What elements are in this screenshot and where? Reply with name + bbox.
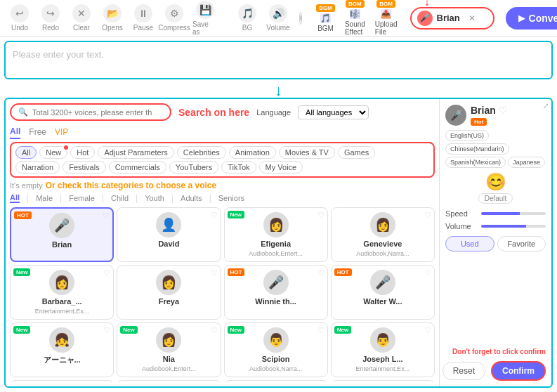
voice-name: アーニャ... (44, 355, 81, 365)
lang-chip-spanish[interactable]: Spanish(Mexican) (445, 157, 506, 168)
expand-icon[interactable]: ⤢ (543, 102, 549, 110)
tab-vip[interactable]: VIP (55, 126, 68, 138)
volume-slider[interactable] (481, 225, 546, 228)
cat-tiktok[interactable]: TikTok (221, 161, 256, 174)
lang-chip-english[interactable]: English(US) (445, 130, 489, 141)
tab-all[interactable]: All (10, 125, 20, 139)
clear-button[interactable]: ✕ Clear (69, 4, 94, 32)
heart-icon[interactable]: ♡ (317, 326, 325, 335)
pause-button[interactable]: ⏸ Pause (131, 4, 156, 32)
voice-close-icon[interactable]: ✕ (468, 13, 476, 23)
filter-row: All | Male | Female | Child | Youth | Ad… (10, 193, 435, 203)
filter-male[interactable]: Male (36, 194, 53, 202)
favorite-button[interactable]: Favorite (497, 236, 546, 251)
heart-icon[interactable]: ♡ (317, 211, 325, 220)
toolbar: ↩ Undo ↪ Redo ✕ Clear 📂 Opens ⏸ Pause ⚙ … (0, 0, 557, 37)
compress-button[interactable]: ⚙ Compress (162, 4, 187, 32)
cat-all[interactable]: All (15, 146, 37, 159)
heart-icon[interactable]: ♡ (211, 211, 218, 220)
sound-effect-button[interactable]: BGM 🎼 Sound Effect (345, 0, 365, 36)
undo-button[interactable]: ↩ Undo (7, 4, 32, 32)
cat-my-voice[interactable]: My Voice (259, 161, 303, 174)
cat-narration[interactable]: Narration (15, 161, 60, 174)
voice-card-ghostface[interactable]: New ♡ 👤 Ghostfac... (331, 380, 435, 382)
avatar: 🎤 (370, 270, 395, 295)
voice-card-sidon[interactable]: HOT ♡ 👨 Sidon (117, 380, 221, 382)
filter-all[interactable]: All (10, 193, 20, 203)
volume-button[interactable]: 🔊 Volume (266, 4, 291, 32)
filter-female[interactable]: Female (69, 194, 95, 202)
lang-chip-chinese[interactable]: Chinese(Mandarin) (445, 143, 509, 155)
cat-new[interactable]: New (39, 146, 67, 159)
cat-celebrities[interactable]: Celebrities (177, 146, 226, 159)
emoji-icon: 😊 (485, 172, 506, 192)
cat-youtubers[interactable]: YouTubers (169, 161, 218, 174)
cat-adjust[interactable]: Adjust Parameters (98, 146, 173, 159)
heart-icon[interactable]: ♡ (424, 211, 431, 220)
text-input-area[interactable]: Please enter your text. (4, 41, 553, 79)
bgm-button[interactable]: BGM 🎵 BGM (316, 4, 335, 32)
voice-name: Brian (52, 240, 72, 249)
heart-icon[interactable]: ♡ (103, 211, 110, 221)
right-hot-badge: Hot (471, 118, 487, 126)
voice-card-winnie[interactable]: HOT ♡ 🎤 Winnie th... (224, 265, 328, 320)
heart-icon[interactable]: ♡ (211, 326, 218, 335)
confirm-button[interactable]: Confirm (491, 361, 546, 381)
avatar: 👩 (156, 270, 181, 295)
tab-free[interactable]: Free (29, 126, 46, 138)
filter-adults[interactable]: Adults (181, 194, 202, 202)
upload-file-button[interactable]: BGM 📤 Upload File (375, 0, 398, 36)
category-section: All New Hot Adjust Parameters Celebritie… (10, 142, 435, 178)
cat-animation[interactable]: Animation (229, 146, 276, 159)
filter-child[interactable]: Child (111, 194, 129, 202)
language-dropdown[interactable]: All languages (298, 105, 369, 119)
volume-label: Volume (445, 222, 477, 230)
cat-games[interactable]: Games (338, 146, 375, 159)
new-badge: New (228, 326, 244, 334)
voice-card-nia[interactable]: New ♡ 👩 Nia Audiobook,Entert... (117, 322, 221, 377)
voice-card-barbara[interactable]: New ♡ 👩 Barbara_... Entertainment,Ex... (10, 265, 114, 320)
filter-youth[interactable]: Youth (145, 194, 164, 202)
voice-card-david[interactable]: ♡ 👤 David (117, 207, 221, 262)
voice-card-freya[interactable]: ♡ 👩 Freya (117, 265, 221, 320)
voice-card-scipion[interactable]: New ♡ 👨 Scipion Audiobook,Narra... (224, 322, 328, 377)
voice-grid: HOT ♡ 🎤 Brian ♡ 👤 David New ♡ 👩 Efigenia… (10, 207, 435, 382)
voice-card-brian[interactable]: HOT ♡ 🎤 Brian (10, 207, 114, 262)
voice-name: Genevieve (363, 240, 402, 248)
save-as-button[interactable]: 💾 Save as (192, 1, 218, 36)
right-heart-icon[interactable]: ♡ (499, 105, 508, 116)
used-button[interactable]: Used (445, 236, 494, 251)
redo-button[interactable]: ↪ Redo (38, 4, 63, 32)
cat-movies[interactable]: Movies & TV (279, 146, 335, 159)
heart-icon[interactable]: ♡ (103, 326, 110, 335)
speed-slider[interactable] (481, 212, 546, 215)
heart-icon[interactable]: ♡ (317, 268, 325, 277)
voice-card-joseph[interactable]: New ♡ 👨 Joseph L... Entertainment,Ex... (331, 322, 435, 377)
heart-icon[interactable]: ♡ (211, 268, 218, 277)
reset-button[interactable]: Reset (443, 362, 485, 380)
convert-button[interactable]: ▶ Convert (506, 7, 557, 30)
voice-desc: Audiobook,Entert... (142, 365, 196, 372)
voice-card-pedro[interactable]: HOT ♡ 👨 Pedro Pa... (224, 380, 328, 382)
heart-icon[interactable]: ♡ (424, 268, 431, 277)
voice-card-anya[interactable]: New ♡ 👧 アーニャ... (10, 322, 114, 377)
heart-icon[interactable]: ♡ (424, 326, 431, 335)
lang-chip-japanese[interactable]: Japanese (508, 157, 545, 168)
cat-commercials[interactable]: Commercials (109, 161, 166, 174)
voice-card-genevieve[interactable]: ♡ 👩 Genevieve Audiobook,Narra... (331, 207, 435, 262)
open-button[interactable]: 📂 Opens (100, 4, 125, 32)
language-label: Language (256, 108, 291, 117)
cat-hot[interactable]: Hot (70, 146, 95, 159)
bg-button[interactable]: 🎵 BG (235, 4, 260, 32)
filter-seniors[interactable]: Seniors (218, 194, 244, 202)
info-button[interactable]: i (299, 12, 302, 25)
search-box[interactable]: 🔍 (10, 103, 171, 121)
search-input[interactable] (32, 108, 152, 117)
heart-icon[interactable]: ♡ (103, 268, 110, 277)
voice-card-efigenia[interactable]: New ♡ 👩 Efigenia Audiobook,Entert... (224, 207, 328, 262)
voice-selector[interactable]: 🎤 Brian ✕ (410, 7, 494, 30)
cat-festivals[interactable]: Festivals (63, 161, 105, 174)
new-badge: New (120, 326, 137, 334)
voice-card-walter[interactable]: HOT ♡ 🎤 Walter W... (331, 265, 435, 320)
voice-card-joanne[interactable]: ♡ 👩 Joanne (10, 380, 114, 382)
